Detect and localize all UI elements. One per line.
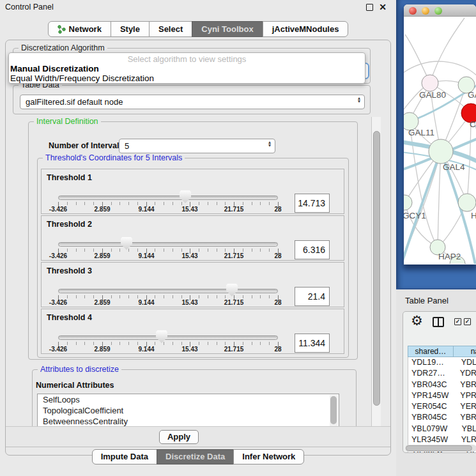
control-panel-title: Control Panel	[5, 3, 54, 12]
gear-icon[interactable]: ⚙	[411, 313, 423, 328]
tab-network[interactable]: Network	[48, 21, 111, 37]
tick-label: 21.715	[224, 346, 244, 353]
close-traffic-light-icon[interactable]	[409, 7, 417, 15]
table-row[interactable]: YPR145WYPR1	[408, 390, 476, 401]
table-data-group: Table Data galFiltered.sif default node …	[13, 85, 371, 114]
threshold-3-slider-handle[interactable]	[226, 284, 238, 296]
node-label-h: H	[471, 211, 476, 220]
numerical-attributes-list: SelfLoops TopologicalCoefficient Between…	[37, 394, 339, 426]
threshold-3-value-field[interactable]: 21.4	[295, 287, 330, 306]
tab-infer-network[interactable]: Infer Network	[233, 449, 304, 464]
settings-scrollbar[interactable]	[371, 117, 381, 426]
tab-impute-data[interactable]: Impute Data	[92, 449, 157, 464]
network-window-titlebar[interactable]	[404, 4, 476, 17]
node-gcy1[interactable]	[404, 195, 412, 210]
threshold-4-value-field[interactable]: 11.344	[295, 334, 330, 353]
threshold-4-label: Threshold 4	[47, 313, 92, 322]
tick-label: 2.859	[94, 206, 110, 213]
tab-select[interactable]: Select	[149, 21, 192, 37]
list-item-topologicalcoefficient[interactable]: TopologicalCoefficient	[38, 405, 339, 416]
tick-label: 15.43	[181, 299, 197, 306]
threshold-1-slider-handle[interactable]	[180, 190, 191, 203]
threshold-1-slider-track[interactable]	[58, 196, 278, 200]
number-of-intervals-value: 5	[125, 141, 129, 151]
minimize-traffic-light-icon[interactable]	[422, 7, 429, 15]
algorithm-option-manual[interactable]: Manual Discretization	[9, 64, 365, 73]
tab-discretize-data[interactable]: Discretize Data	[157, 449, 234, 464]
tab-jactivemnodules[interactable]: jActiveMNodules	[263, 21, 349, 37]
tick-label: 28	[274, 252, 281, 259]
tick-label: -3.426	[49, 252, 67, 259]
cell: YDR27…	[408, 368, 459, 379]
tick-label: -3.426	[49, 206, 67, 213]
apply-button[interactable]: Apply	[159, 430, 199, 444]
cell: YDR2	[459, 368, 476, 379]
table-row[interactable]: YDR27…YDR2	[408, 368, 476, 379]
list-item-selfloops[interactable]: SelfLoops	[38, 394, 339, 405]
table-data-combobox[interactable]: galFiltered.sif default node ▴▾	[20, 95, 365, 109]
threshold-3-panel: Threshold 3 -3.426 2.859 9.144 15.43 21.…	[41, 262, 344, 307]
network-view-window[interactable]: GAL80 GA C GAL11 GAL4 GCY1 H HAP2	[404, 4, 476, 265]
split-columns-icon[interactable]	[433, 317, 444, 327]
node-label-c: C	[470, 119, 476, 129]
tick-label: 2.859	[94, 252, 110, 259]
zoom-traffic-light-icon[interactable]	[434, 7, 442, 15]
node-gal4[interactable]	[429, 139, 453, 164]
list-scrollbar[interactable]	[330, 395, 338, 426]
settings-viewport: Interval Definition Number of Intervals …	[9, 117, 371, 426]
table-row[interactable]: YBR043CYBR0	[408, 380, 476, 390]
tick-label: -3.426	[49, 346, 67, 353]
tick-label: 21.715	[224, 252, 244, 259]
screen: Control Panel ✕ Network Style Select Cyn…	[0, 0, 476, 476]
table-horizontal-scrollbar[interactable]	[405, 445, 476, 452]
threshold-2-slider-track[interactable]	[58, 242, 278, 247]
cell: YER054C	[408, 401, 459, 412]
table-row[interactable]: YBR045CYBR0	[408, 412, 476, 423]
checkbox-icon[interactable]: ✓	[464, 318, 471, 325]
column-header-shared-name[interactable]: shared…	[408, 346, 454, 357]
threshold-4-slider-handle[interactable]	[156, 330, 167, 343]
network-canvas[interactable]: GAL80 GA C GAL11 GAL4 GCY1 H HAP2	[404, 17, 476, 264]
algorithm-dropdown-prompt: Select algorithm to view settings	[9, 54, 365, 64]
tab-network-label: Network	[69, 22, 102, 36]
tab-cyni-label: Cyni Toolbox	[201, 22, 253, 36]
node-label-gal80: GAL80	[419, 90, 446, 100]
threshold-2-label: Threshold 2	[47, 220, 92, 229]
combo-arrows-icon: ▴▾	[358, 96, 360, 103]
algorithm-option-equal-width[interactable]: Equal Width/Frequency Discretization	[9, 73, 365, 83]
threshold-2-panel: Threshold 2 -3.426 2.859 9.144 15.43 21.…	[41, 215, 344, 261]
float-window-icon[interactable]	[366, 4, 373, 11]
threshold-3-slider-track[interactable]	[58, 289, 278, 293]
number-of-intervals-combobox[interactable]: 5 ▴▾	[119, 139, 275, 153]
number-of-intervals-label: Number of Intervals	[49, 141, 123, 150]
column-header-name[interactable]: na	[454, 346, 476, 357]
tick-label: 2.859	[94, 299, 110, 306]
cell: YBR0	[459, 380, 476, 390]
list-item-betweennesscentrality[interactable]: BetweennessCentrality	[38, 416, 339, 426]
table-row[interactable]: YBL079WYBL0	[408, 424, 476, 434]
threshold-2-slider-handle[interactable]	[121, 237, 132, 250]
tick-label: 15.43	[181, 206, 197, 213]
node-h[interactable]	[458, 194, 476, 211]
node-gal80[interactable]	[422, 75, 438, 91]
bottom-tab-bar: Impute Data Discretize Data Infer Networ…	[0, 449, 396, 464]
table-row[interactable]: YER054CYER0	[408, 401, 476, 412]
tick-label: 9.144	[138, 346, 154, 353]
table-row[interactable]: YDL19…YDL1	[408, 357, 476, 368]
cell: YBL0	[460, 424, 476, 434]
tab-cyni-toolbox[interactable]: Cyni Toolbox	[192, 21, 263, 37]
cell: YBL079W	[408, 424, 460, 434]
threshold-3-label: Threshold 3	[47, 266, 92, 275]
cell: YPR145W	[408, 390, 459, 401]
threshold-4-slider-track[interactable]	[58, 335, 278, 340]
cell: YLR3	[460, 434, 476, 445]
close-icon[interactable]: ✕	[379, 2, 387, 12]
threshold-1-tick-marks	[58, 202, 279, 207]
checkbox-icon[interactable]: ✓	[454, 318, 461, 325]
threshold-2-value-field[interactable]: 6.316	[295, 240, 330, 259]
tab-style[interactable]: Style	[111, 21, 150, 37]
threshold-3-tick-marks	[58, 295, 279, 300]
tab-style-label: Style	[120, 22, 140, 36]
table-row[interactable]: YLR345WYLR3	[408, 434, 476, 445]
threshold-1-value-field[interactable]: 14.713	[295, 194, 330, 213]
